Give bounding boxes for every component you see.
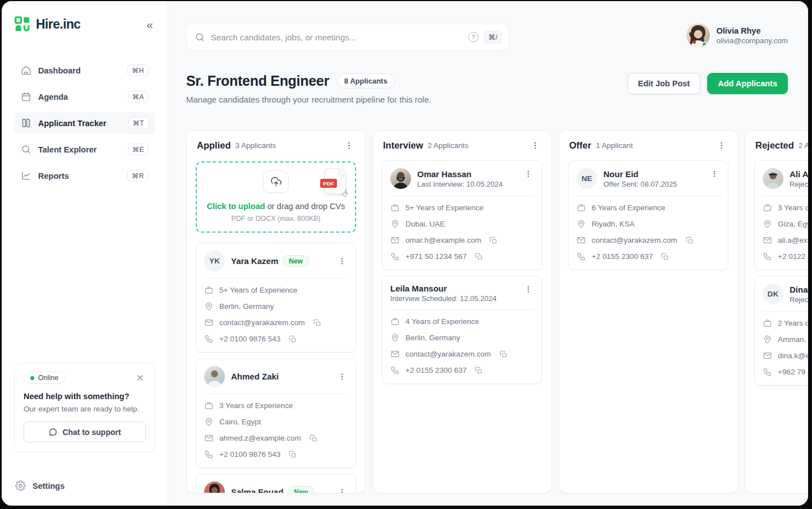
- candidate-card-ali-ahmed[interactable]: Ali Ahmed Rejected: 02.05.2024 3 Years o…: [754, 160, 808, 270]
- experience-text: 4 Years of Experience: [405, 317, 479, 326]
- add-applicants-button[interactable]: Add Applicants: [707, 73, 788, 94]
- help-circle-icon[interactable]: ?: [468, 32, 478, 42]
- search-shortcut-badge: ⌘/: [484, 31, 502, 44]
- sidebar-item-applicant-tracker[interactable]: Applicant Tracker ⌘T: [14, 112, 155, 134]
- phone-icon: [204, 334, 214, 344]
- sidebar-item-talent-explorer[interactable]: Talent Explorer ⌘E: [14, 138, 155, 160]
- mail-icon: [204, 433, 214, 443]
- location-text: Berlin, Germany: [219, 302, 274, 311]
- help-widget: Online Need help with something? Our exp…: [14, 363, 155, 452]
- divider: [204, 278, 348, 279]
- avatar: [686, 24, 710, 47]
- user-name: Olivia Rhye: [717, 26, 788, 35]
- close-icon[interactable]: [135, 372, 146, 383]
- divider: [390, 196, 534, 196]
- column-menu-button[interactable]: [529, 140, 541, 151]
- column-menu-button[interactable]: [343, 140, 355, 151]
- page-header: Sr. Frontend Engineer 8 Applicants Manag…: [186, 73, 808, 104]
- copy-icon[interactable]: [685, 236, 694, 245]
- topbar: ? ⌘/ Olivia Rhye olivia@company.com: [186, 24, 808, 50]
- location-text: Dubai, UAE: [405, 220, 445, 228]
- column-applied: Applied 3 Applicants Click to upload or …: [186, 130, 366, 493]
- mail-icon: [390, 349, 400, 359]
- cv-upload-dropzone[interactable]: Click to upload or drag and drop CVs PDF…: [196, 161, 356, 233]
- brand-name: Hire.inc: [36, 17, 81, 32]
- settings-label: Settings: [33, 482, 64, 491]
- main-content: ? ⌘/ Olivia Rhye olivia@company.com Sr. …: [168, 1, 808, 506]
- candidate-card-ahmed-zaki[interactable]: Ahmed Zaki 3 Years of Experience Cairo, …: [196, 358, 356, 468]
- edit-job-post-button[interactable]: Edit Job Post: [628, 73, 701, 94]
- candidate-status: Rejected: 04.05.2024: [790, 295, 808, 304]
- column-menu-button[interactable]: [716, 140, 727, 151]
- briefcase-icon: [390, 317, 400, 326]
- sidebar-item-settings[interactable]: Settings: [14, 478, 155, 493]
- briefcase-icon: [204, 401, 214, 410]
- card-menu-button[interactable]: [709, 168, 720, 179]
- phone-text: +2 0100 9876 543: [219, 335, 280, 343]
- candidate-card-nour-eid[interactable]: NE Nour Eid Offer Sent: 08.07.2025 6 Yea…: [568, 160, 728, 270]
- briefcase-icon: [204, 285, 214, 295]
- candidate-card-salma-fouad[interactable]: Salma Fouad New 7+ Years of Experience: [196, 474, 356, 493]
- card-menu-button[interactable]: [523, 284, 534, 295]
- sidebar-item-dashboard[interactable]: Dashboard ⌘H: [14, 59, 155, 81]
- card-menu-button[interactable]: [523, 168, 534, 179]
- chat-to-support-button[interactable]: Chat to support: [24, 422, 146, 442]
- copy-icon[interactable]: [474, 252, 483, 261]
- sidebar-item-agenda[interactable]: Agenda ⌘A: [14, 86, 155, 108]
- column-title: Offer: [569, 140, 591, 151]
- user-profile[interactable]: Olivia Rhye olivia@company.com: [686, 24, 788, 47]
- global-search[interactable]: ? ⌘/: [186, 24, 509, 50]
- email-text: dina.k@example.com: [778, 351, 808, 360]
- sidebar-item-label: Reports: [38, 172, 69, 181]
- upload-cloud-icon[interactable]: [263, 170, 289, 193]
- dropzone-text: or drag and drop CVs: [265, 202, 345, 211]
- candidate-card-leila-mansour[interactable]: Leila Mansour Interview Scheduled: 12.05…: [382, 276, 542, 384]
- candidate-name: Salma Fouad: [231, 487, 283, 493]
- card-menu-button[interactable]: [336, 487, 348, 494]
- online-status-label: Online: [38, 374, 58, 382]
- copy-icon[interactable]: [309, 434, 318, 443]
- candidate-status: Last Interview: 10.05.2024: [417, 180, 503, 188]
- copy-icon[interactable]: [499, 350, 508, 359]
- copy-icon[interactable]: [474, 366, 483, 375]
- online-dot-icon: [702, 41, 708, 47]
- copy-icon[interactable]: [288, 335, 297, 344]
- new-badge: New: [288, 486, 314, 493]
- candidate-name: Ahmed Zaki: [231, 372, 279, 381]
- location-text: Berlin, Germany: [405, 334, 460, 342]
- dropzone-hint: PDF or DOCX (max. 800KB): [204, 215, 348, 223]
- card-menu-button[interactable]: [336, 371, 348, 382]
- page-subtitle: Manage candidates through your recruitme…: [186, 95, 431, 104]
- location-pin-icon: [763, 335, 772, 344]
- experience-text: 2 Years of Experience: [778, 319, 808, 327]
- phone-icon: [390, 252, 400, 261]
- copy-icon[interactable]: [661, 252, 670, 261]
- candidate-name: Yara Kazem: [231, 256, 278, 266]
- sidebar: Hire.inc « Dashboard ⌘H Agenda ⌘A: [2, 1, 168, 506]
- sidebar-collapse-button[interactable]: «: [144, 17, 155, 31]
- column-title: Rejected: [755, 140, 794, 151]
- sidebar-item-reports[interactable]: Reports ⌘R: [14, 165, 155, 187]
- candidate-card-omar-hassan[interactable]: Omar Hassan Last Interview: 10.05.2024 5…: [382, 160, 542, 270]
- avatar: YK: [204, 251, 225, 271]
- mail-icon: [763, 235, 772, 245]
- sidebar-nav: Dashboard ⌘H Agenda ⌘A Applicant Tracker…: [14, 59, 155, 187]
- copy-icon[interactable]: [288, 450, 297, 459]
- mail-icon: [204, 318, 214, 327]
- briefcase-icon: [390, 203, 400, 212]
- help-subtitle: Our expert team are ready to help.: [24, 405, 146, 413]
- candidate-card-dina-kamal[interactable]: DK Dina Kamal Rejected: 04.05.2024 2 Yea…: [754, 276, 808, 386]
- location-pin-icon: [763, 219, 772, 229]
- column-count: 3 Applicants: [236, 141, 276, 150]
- phone-icon: [763, 367, 772, 377]
- card-menu-button[interactable]: [336, 256, 348, 267]
- search-input[interactable]: [211, 33, 463, 42]
- click-to-upload-link[interactable]: Click to upload: [207, 202, 265, 211]
- copy-icon[interactable]: [313, 318, 322, 327]
- candidate-card-yara-kazem[interactable]: YK Yara Kazem New 5+ Years of Experience: [196, 243, 356, 353]
- search-icon: [21, 144, 31, 155]
- copy-icon[interactable]: [489, 236, 498, 245]
- candidate-name: Leila Mansour: [390, 284, 447, 293]
- phone-icon: [390, 365, 400, 375]
- help-title: Need help with something?: [24, 392, 146, 401]
